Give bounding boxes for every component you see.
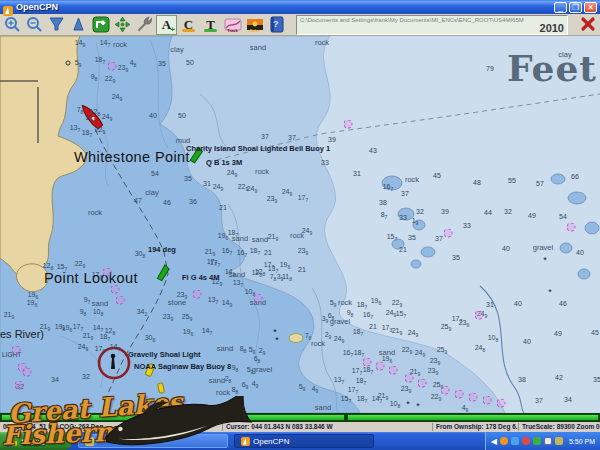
depth-sounding: 68 — [254, 355, 261, 364]
depth-sounding: 35 — [452, 254, 460, 261]
depth-sounding: 308 — [145, 334, 156, 343]
tray-icon-3[interactable] — [522, 437, 530, 445]
opencpn-window: OpenCPN _ ❐ ✕ A+ — [0, 0, 600, 450]
chart-piano-bar[interactable] — [0, 413, 600, 422]
depth-sounding: 40 — [576, 249, 584, 256]
seabed-label: sand — [92, 299, 108, 308]
settings-button[interactable] — [134, 15, 155, 35]
seabed-label: sand — [252, 235, 268, 244]
depth-sounding: 54 — [151, 170, 159, 177]
depth-sounding: 249 — [78, 343, 89, 352]
zoom-in-button[interactable] — [2, 15, 23, 35]
depth-sounding: 239 — [163, 313, 174, 322]
scale-up-button[interactable] — [68, 15, 89, 35]
tray-icon-2[interactable] — [511, 437, 519, 445]
scale-down-button[interactable] — [46, 15, 67, 35]
start-label: start — [21, 435, 45, 447]
depth-sounding: 249 — [408, 329, 419, 338]
tray-icon-6[interactable] — [555, 437, 563, 445]
depth-sounding: 21 — [369, 323, 377, 330]
chart-label: Fl G 4s 4M — [182, 273, 220, 282]
depth-sounding: 59 — [75, 59, 82, 68]
windows-flag-icon — [6, 435, 18, 447]
depth-sounding: 37 — [261, 133, 269, 140]
tray-chevron-icon[interactable]: ◀ — [491, 437, 497, 446]
depth-sounding: 35 — [593, 376, 600, 383]
obstruction-symbol — [193, 290, 202, 299]
depth-sounding: 259 — [441, 323, 452, 332]
depth-sounding: 229 — [431, 393, 442, 402]
depth-sounding: 66 — [571, 173, 579, 180]
obstruction-symbol — [111, 285, 120, 294]
depth-sounding: 147 — [100, 39, 111, 48]
depth-sounding: 59 — [330, 299, 337, 308]
depth-sounding: 167 — [222, 247, 233, 256]
seabed-label: sand — [232, 234, 248, 243]
depth-sounding: 40 — [149, 112, 157, 119]
depth-sounding: 219 — [4, 311, 15, 320]
chart-label: Charity Island Shoal Lighted Bell Buoy 1 — [186, 144, 330, 153]
chart-label: es River) — [0, 328, 44, 340]
rock-symbol: * — [543, 255, 547, 265]
seabed-label: gravel — [252, 365, 272, 374]
window-titlebar[interactable]: OpenCPN _ ❐ ✕ — [0, 0, 600, 14]
depth-sounding: 29 — [325, 331, 332, 340]
depth-sounding: 187 — [357, 301, 368, 310]
depth-sounding: 187 — [82, 129, 93, 138]
minimize-button[interactable]: _ — [554, 2, 567, 13]
track-button[interactable]: Track — [222, 15, 243, 35]
seabed-label: rock — [338, 298, 352, 307]
help-button[interactable]: ? — [266, 15, 287, 35]
chart-piano-key[interactable] — [347, 414, 599, 421]
tray-icon-1[interactable] — [500, 437, 508, 445]
chart-piano-key[interactable] — [1, 414, 345, 421]
restore-button[interactable]: ❐ — [569, 2, 582, 13]
obstruction-symbol — [455, 390, 464, 399]
tray-icon-5[interactable] — [544, 437, 552, 445]
depth-sounding: 108 — [488, 334, 499, 343]
help-icon-label: ? — [273, 19, 279, 29]
depth-sounding: 98 — [232, 364, 239, 373]
depth-sounding: 39 — [328, 136, 336, 143]
depth-sounding: 239 — [459, 319, 470, 328]
chart-label: Gravelly Shoal Light — [128, 350, 201, 359]
taskbar-task-opencpn[interactable]: OpenCPN — [234, 434, 374, 448]
show-tides-button[interactable]: T — [200, 15, 221, 35]
depth-sounding: 32 — [82, 373, 90, 380]
zoom-out-button[interactable] — [24, 15, 45, 35]
tray-icon-4[interactable] — [533, 437, 541, 445]
obstruction-symbol — [344, 120, 353, 129]
depth-sounding: 167 — [383, 183, 394, 192]
auto-follow-button[interactable] — [112, 15, 133, 35]
chart-area[interactable]: 1491471875998229483550405024978128219249… — [0, 36, 600, 413]
start-button[interactable]: start — [0, 432, 72, 450]
exit-button[interactable] — [579, 16, 597, 34]
depth-sounding: 249 — [213, 183, 224, 192]
depth-sounding: 137 — [233, 279, 244, 288]
depth-sounding: 187 — [357, 395, 368, 404]
task-icon — [85, 437, 94, 446]
depth-sounding: 48 — [473, 179, 481, 186]
depth-sounding: 37 — [535, 397, 543, 404]
depth-sounding: 187 — [354, 349, 365, 358]
depth-sounding: 21 — [298, 266, 306, 273]
color-scheme-button[interactable]: Color — [244, 15, 265, 35]
chart-label: 194 deg — [148, 245, 176, 254]
create-route-button[interactable] — [90, 15, 111, 35]
depth-sounding: 149 — [222, 299, 233, 308]
obstruction-symbol — [116, 296, 125, 305]
close-button[interactable]: ✕ — [584, 2, 597, 13]
depth-sounding: 87 — [381, 211, 388, 220]
taskbar-task-1[interactable] — [78, 434, 228, 448]
depth-sounding: 40 — [523, 338, 531, 345]
show-currents-button[interactable]: C — [178, 15, 199, 35]
seabed-label: rock — [88, 208, 102, 217]
chart-label: Q B 1s 3M — [206, 158, 242, 167]
depth-sounding: 177 — [73, 323, 84, 332]
seabed-label: clay — [170, 45, 183, 54]
show-text-button[interactable]: A+ — [156, 15, 177, 35]
obstruction-symbol — [103, 268, 112, 277]
obstruction-symbol — [444, 229, 453, 238]
depth-sounding: 69 — [242, 381, 249, 390]
depth-sounding: 33 — [399, 214, 407, 221]
